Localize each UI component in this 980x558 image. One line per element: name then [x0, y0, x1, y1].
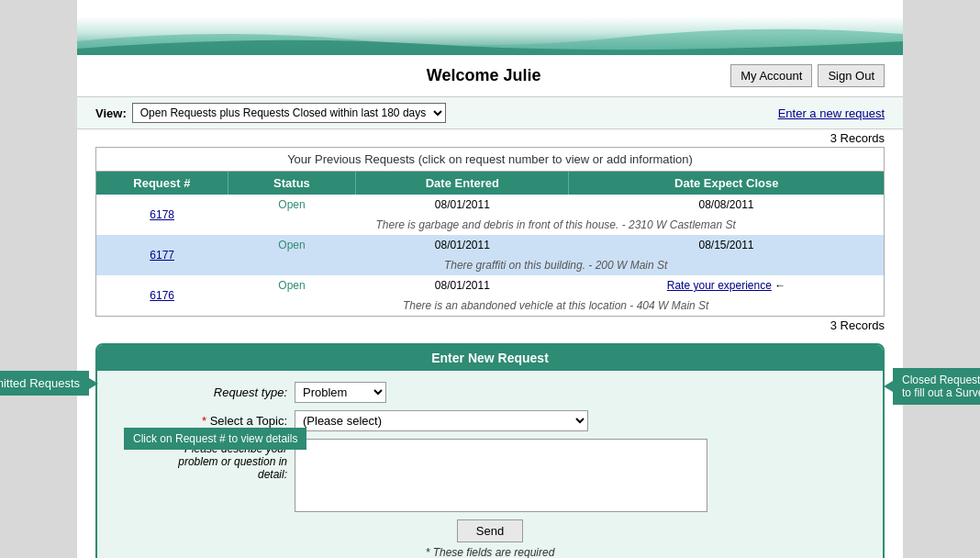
previous-requests-section: Submitted Requests Closed Requests offer… — [95, 147, 885, 317]
status-cell: Open — [228, 195, 355, 215]
records-count-top: 3 Records — [77, 129, 903, 147]
closed-requests-callout: Closed Requests offer option to fill out… — [893, 368, 980, 405]
col-request-number: Request # — [96, 172, 228, 195]
date-close-cell: Rate your experience ← — [569, 275, 884, 296]
rate-link[interactable]: Rate your experience — [667, 279, 772, 292]
col-status: Status — [228, 172, 355, 195]
topic-label: Select a Topic: — [111, 414, 295, 428]
description-cell: There graffiti on this building. - 200 W… — [228, 255, 884, 275]
date-entered-cell: 08/01/2011 — [356, 235, 569, 255]
request-link-6176[interactable]: 6176 — [150, 289, 174, 302]
header-banner — [77, 0, 903, 55]
request-link-6178[interactable]: 6178 — [150, 208, 174, 221]
view-select[interactable]: Open Requests plus Requests Closed withi… — [132, 103, 446, 123]
describe-row: * Please describe yourproblem or questio… — [111, 439, 869, 512]
request-type-label: Request type: — [111, 385, 295, 399]
topic-select[interactable]: (Please select) — [295, 410, 588, 431]
required-note: * These fields are required — [111, 546, 869, 558]
date-entered-cell: 08/01/2011 — [356, 195, 569, 215]
request-type-select[interactable]: Problem Question Compliment — [295, 382, 386, 403]
requests-table: Request # Status Date Entered Date Expec… — [96, 172, 884, 316]
date-close-cell: 08/15/2011 — [569, 235, 884, 255]
status-cell: Open — [228, 275, 355, 296]
records-count-bottom: 3 Records — [77, 317, 903, 336]
sign-out-button[interactable]: Sign Out — [818, 64, 885, 87]
request-link-6177[interactable]: 6177 — [150, 249, 174, 262]
welcome-row: Welcome Julie My Account Sign Out — [77, 55, 903, 97]
describe-textarea[interactable] — [295, 439, 707, 512]
new-request-title: Enter New Request — [97, 345, 883, 371]
description-cell: There is garbage and debris in front of … — [228, 215, 884, 235]
click-request-callout: Click on Request # to view details — [124, 428, 306, 450]
description-cell: There is an abandoned vehicle at this lo… — [228, 296, 884, 316]
request-type-row: Request type: Problem Question Complimen… — [111, 382, 869, 403]
date-close-cell: 08/08/2011 — [569, 195, 884, 215]
my-account-button[interactable]: My Account — [730, 64, 812, 87]
welcome-title: Welcome Julie — [242, 66, 725, 85]
enter-new-request-link[interactable]: Enter a new request — [778, 106, 885, 120]
date-entered-cell: 08/01/2011 — [356, 275, 569, 296]
col-date-entered: Date Entered — [356, 172, 569, 195]
view-label: View: — [95, 106, 127, 120]
col-date-close: Date Expect Close — [569, 172, 884, 195]
previous-requests-title: Your Previous Requests (click on request… — [96, 148, 884, 172]
send-button[interactable]: Send — [457, 519, 523, 542]
status-cell: Open — [228, 235, 355, 255]
view-bar: View: Open Requests plus Requests Closed… — [77, 97, 903, 129]
send-row: Send — [111, 519, 869, 542]
submitted-requests-callout: Submitted Requests — [0, 371, 89, 396]
new-request-section: Submit New Request Enter New Request Req… — [95, 343, 885, 558]
